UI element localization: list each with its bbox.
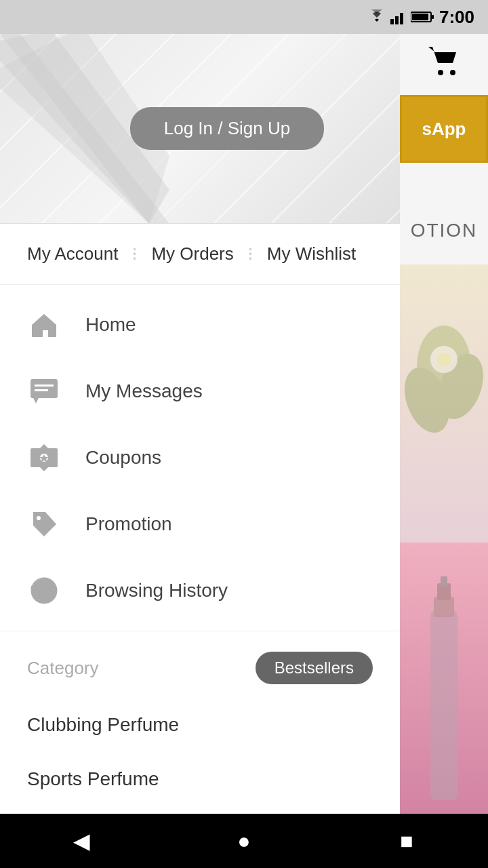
svg-rect-6 bbox=[412, 14, 428, 20]
svg-marker-24 bbox=[40, 467, 48, 471]
tab-my-orders[interactable]: My Orders bbox=[144, 243, 240, 264]
menu-item-home[interactable]: Home bbox=[0, 292, 400, 358]
svg-rect-18 bbox=[30, 379, 58, 398]
svg-marker-23 bbox=[40, 444, 48, 448]
svg-point-13 bbox=[437, 353, 451, 366]
whatsapp-button[interactable]: sApp bbox=[400, 95, 488, 163]
battery-icon bbox=[411, 11, 434, 23]
svg-marker-21 bbox=[33, 398, 39, 403]
recent-apps-button[interactable]: ■ bbox=[386, 821, 427, 861]
tab-my-wishlist-label: My Wishlist bbox=[267, 243, 356, 264]
svg-rect-2 bbox=[400, 13, 403, 24]
category-item-sports-perfume[interactable]: Sports Perfume bbox=[27, 752, 373, 806]
back-icon: ◀ bbox=[73, 828, 90, 854]
menu-item-browsing-history-label: Browsing History bbox=[85, 580, 228, 601]
drawer-header: Log In / Sign Up bbox=[0, 34, 400, 224]
login-button[interactable]: Log In / Sign Up bbox=[130, 107, 324, 150]
home-nav-button[interactable]: ● bbox=[224, 821, 264, 861]
home-nav-icon: ● bbox=[237, 829, 250, 854]
wifi-icon bbox=[367, 9, 386, 24]
menu-item-browsing-history[interactable]: Browsing History bbox=[0, 557, 400, 624]
home-icon bbox=[27, 308, 61, 342]
menu-item-promotion-label: Promotion bbox=[85, 513, 172, 535]
menu-item-coupons-label: Coupons bbox=[85, 447, 161, 469]
tab-my-orders-label: My Orders bbox=[151, 243, 233, 264]
bg-perfume-image bbox=[400, 542, 488, 834]
promotion-bg-text: OTION bbox=[400, 203, 488, 258]
svg-rect-17 bbox=[441, 576, 447, 587]
bestsellers-badge[interactable]: Bestsellers bbox=[256, 652, 373, 684]
back-button[interactable]: ◀ bbox=[61, 821, 102, 861]
category-label: Category bbox=[27, 658, 99, 679]
recent-apps-icon: ■ bbox=[400, 829, 413, 854]
svg-rect-3 bbox=[405, 9, 407, 24]
status-time: 7:00 bbox=[439, 7, 474, 28]
svg-rect-14 bbox=[430, 610, 458, 800]
category-item-clubbing-perfume-label: Clubbing Perfume bbox=[27, 714, 179, 735]
whatsapp-label: sApp bbox=[422, 119, 466, 140]
message-icon bbox=[27, 374, 61, 408]
menu-item-home-label: Home bbox=[85, 314, 136, 336]
svg-point-27 bbox=[37, 516, 41, 520]
svg-rect-5 bbox=[432, 15, 434, 19]
cart-icon bbox=[427, 45, 461, 77]
bottom-nav: ◀ ● ■ bbox=[0, 814, 488, 868]
svg-rect-1 bbox=[395, 16, 399, 24]
menu-item-messages[interactable]: My Messages bbox=[0, 358, 400, 425]
history-icon bbox=[27, 574, 61, 608]
svg-point-8 bbox=[450, 70, 455, 75]
svg-rect-19 bbox=[35, 384, 54, 387]
menu-item-coupons[interactable]: Coupons bbox=[0, 425, 400, 491]
svg-rect-0 bbox=[390, 19, 394, 24]
tag-icon bbox=[27, 507, 61, 541]
menu-item-promotion[interactable]: Promotion bbox=[0, 491, 400, 557]
promotion-bg-label: OTION bbox=[411, 220, 478, 241]
category-section: Category Bestsellers Clubbing Perfume Sp… bbox=[0, 638, 400, 813]
status-bar: 7:00 bbox=[0, 0, 488, 34]
category-header: Category Bestsellers bbox=[27, 652, 373, 684]
status-icons bbox=[367, 9, 434, 24]
category-item-clubbing-perfume[interactable]: Clubbing Perfume bbox=[27, 698, 373, 752]
coupon-icon bbox=[27, 441, 61, 475]
menu-item-messages-label: My Messages bbox=[85, 380, 203, 402]
tab-separator-1: ⁝ bbox=[131, 243, 138, 265]
tab-separator-2: ⁝ bbox=[247, 243, 253, 265]
tab-my-wishlist[interactable]: My Wishlist bbox=[260, 243, 363, 264]
bg-floral-image bbox=[400, 264, 488, 542]
category-item-sports-perfume-label: Sports Perfume bbox=[27, 768, 159, 789]
menu-list: Home My Messages bbox=[0, 285, 400, 834]
svg-rect-20 bbox=[35, 389, 48, 391]
tab-row: My Account ⁝ My Orders ⁝ My Wishlist bbox=[0, 224, 400, 285]
signal-icon bbox=[390, 9, 407, 24]
tab-my-account[interactable]: My Account bbox=[20, 243, 125, 264]
svg-point-7 bbox=[438, 70, 443, 75]
menu-divider bbox=[0, 631, 400, 631]
drawer-panel: Log In / Sign Up My Account ⁝ My Orders … bbox=[0, 34, 400, 834]
tab-my-account-label: My Account bbox=[27, 243, 118, 264]
cart-icon-area[interactable] bbox=[400, 34, 488, 88]
